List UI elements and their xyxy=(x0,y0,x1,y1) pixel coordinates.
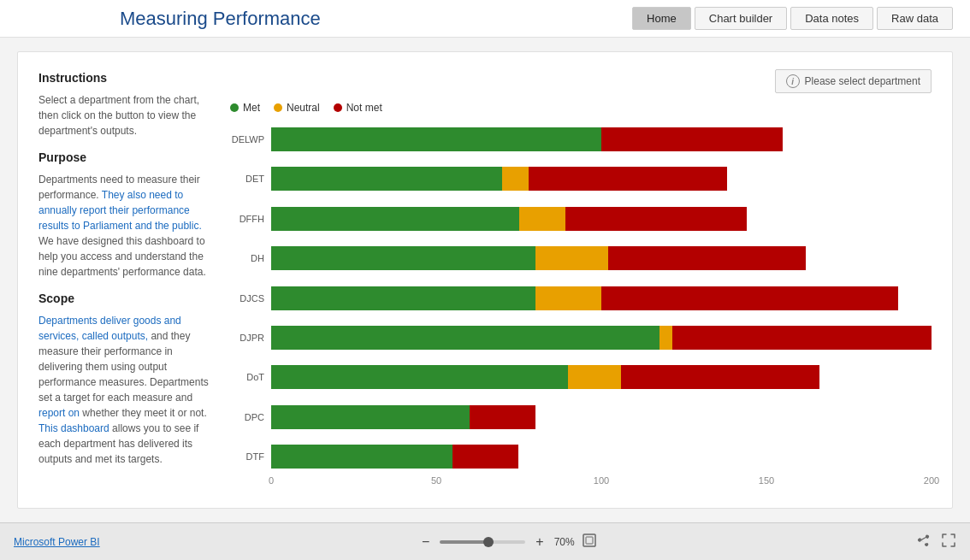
instructions-heading: Instructions xyxy=(38,69,210,87)
bar-row[interactable]: DJPR xyxy=(230,324,932,351)
main-content: Instructions Select a department from th… xyxy=(0,38,970,522)
nav-raw-data[interactable]: Raw data xyxy=(877,7,953,30)
bar-container xyxy=(271,326,932,350)
dept-select-button[interactable]: i Please select department xyxy=(775,69,932,93)
zoom-controls: − + 70% xyxy=(418,533,597,551)
legend-neutral-dot xyxy=(274,103,282,112)
bar-container xyxy=(271,445,932,469)
legend-not-met: Not met xyxy=(334,102,382,114)
bar-label: DTF xyxy=(230,451,264,462)
bar-neutral xyxy=(519,207,565,231)
chart-panel: i Please select department Met Neutral N… xyxy=(230,69,932,491)
legend-met-dot xyxy=(230,103,239,112)
legend-neutral: Neutral xyxy=(274,102,320,114)
x-tick: 50 xyxy=(431,475,441,486)
bar-row[interactable]: DFFH xyxy=(230,205,932,233)
top-bar: Measuring Performance Home Chart builder… xyxy=(0,0,970,38)
left-panel: Instructions Select a department from th… xyxy=(38,69,210,491)
bar-container xyxy=(271,365,932,389)
bar-met xyxy=(271,405,470,429)
legend-not-met-label: Not met xyxy=(346,102,382,114)
bar-not-met xyxy=(601,127,783,151)
bar-not-met xyxy=(529,167,727,191)
content-card: Instructions Select a department from th… xyxy=(17,51,953,509)
bar-not-met xyxy=(470,405,535,429)
zoom-slider[interactable] xyxy=(440,540,525,544)
bar-container xyxy=(271,405,932,429)
bar-not-met xyxy=(601,286,898,310)
nav-chart-builder[interactable]: Chart builder xyxy=(695,7,787,30)
bar-label: DET xyxy=(230,174,264,184)
bar-met xyxy=(271,286,535,310)
bar-label: DJPR xyxy=(230,333,264,343)
bar-container xyxy=(271,246,932,270)
bar-not-met xyxy=(452,445,518,469)
bar-label: DFFH xyxy=(230,214,264,224)
bar-row[interactable]: DJCS xyxy=(230,285,932,312)
scope-heading: Scope xyxy=(38,290,210,308)
bottom-bar: Microsoft Power BI − + 70% xyxy=(0,522,970,560)
fit-page-icon xyxy=(582,533,597,548)
svg-rect-1 xyxy=(586,537,593,544)
bar-met xyxy=(271,445,452,469)
nav-data-notes[interactable]: Data notes xyxy=(790,7,873,30)
bar-neutral xyxy=(535,246,608,270)
bar-label: DJCS xyxy=(230,293,264,304)
power-bi-link[interactable]: Microsoft Power BI xyxy=(14,536,100,548)
bar-not-met xyxy=(565,207,747,231)
nav-home[interactable]: Home xyxy=(632,7,691,30)
bar-label: DELWP xyxy=(230,134,264,144)
bar-row[interactable]: DET xyxy=(230,165,932,192)
info-icon: i xyxy=(786,74,800,88)
zoom-minus-button[interactable]: − xyxy=(418,534,433,550)
bar-label: DoT xyxy=(230,372,264,382)
zoom-percentage: 70% xyxy=(554,536,575,548)
legend-not-met-dot xyxy=(334,103,342,112)
fullscreen-button[interactable] xyxy=(941,533,956,551)
chart-legend: Met Neutral Not met xyxy=(230,102,932,114)
bar-row[interactable]: DPC xyxy=(230,404,932,431)
bar-not-met xyxy=(621,365,819,389)
fit-page-button[interactable] xyxy=(582,533,597,551)
scope-text: Departments deliver goods and services, … xyxy=(38,313,210,467)
bar-container xyxy=(271,286,932,310)
bar-met xyxy=(271,365,568,389)
x-tick: 100 xyxy=(594,475,609,486)
bar-container xyxy=(271,207,932,231)
x-axis: 050100150200 xyxy=(271,475,932,491)
purpose-heading: Purpose xyxy=(38,149,210,167)
purpose-text: Departments need to measure their perfor… xyxy=(38,172,210,280)
bar-neutral xyxy=(502,167,529,191)
bar-row[interactable]: DoT xyxy=(230,363,932,391)
page-title: Measuring Performance xyxy=(17,8,321,30)
dept-select-label: Please select department xyxy=(805,75,920,87)
bar-not-met xyxy=(672,326,932,350)
instructions-text: Select a department from the chart, then… xyxy=(38,92,210,139)
x-tick: 0 xyxy=(269,475,274,486)
bar-met xyxy=(271,127,601,151)
nav-buttons: Home Chart builder Data notes Raw data xyxy=(632,7,953,30)
bar-not-met xyxy=(608,246,807,270)
bar-neutral xyxy=(568,365,621,389)
bar-label: DH xyxy=(230,253,264,263)
x-tick: 200 xyxy=(924,475,939,486)
legend-neutral-label: Neutral xyxy=(287,102,320,114)
bar-row[interactable]: DH xyxy=(230,245,932,272)
chart-area: DELWPDETDFFHDHDJCSDJPRDoTDPCDTF xyxy=(230,126,932,470)
bar-row[interactable]: DTF xyxy=(230,443,932,470)
fullscreen-icon xyxy=(941,533,956,548)
share-button[interactable] xyxy=(915,533,931,551)
legend-met: Met xyxy=(230,102,260,114)
bar-container xyxy=(271,127,932,151)
x-tick: 150 xyxy=(759,475,774,486)
svg-rect-0 xyxy=(583,534,595,546)
bar-neutral xyxy=(535,286,601,310)
zoom-plus-button[interactable]: + xyxy=(532,534,547,550)
bar-label: DPC xyxy=(230,412,264,422)
legend-met-label: Met xyxy=(243,102,260,114)
bar-neutral xyxy=(659,326,672,350)
share-icon xyxy=(915,533,931,548)
zoom-slider-thumb xyxy=(483,537,494,547)
bar-row[interactable]: DELWP xyxy=(230,126,932,153)
bar-met xyxy=(271,326,659,350)
